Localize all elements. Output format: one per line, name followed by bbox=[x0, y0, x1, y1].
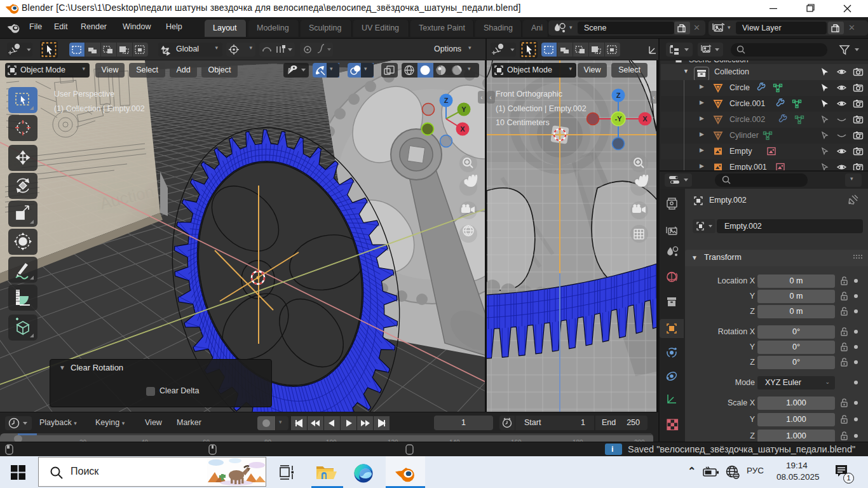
svg-text:Z: Z bbox=[616, 92, 621, 99]
svg-text:Z: Z bbox=[444, 97, 449, 104]
svg-text:-Y: -Y bbox=[615, 115, 623, 123]
svg-text:Front Orthographic: Front Orthographic bbox=[496, 90, 562, 98]
svg-text:(1) Collection | Empty.002: (1) Collection | Empty.002 bbox=[54, 104, 145, 113]
svg-text:X: X bbox=[460, 125, 465, 133]
svg-text:(1) Collection | Empty.002: (1) Collection | Empty.002 bbox=[496, 104, 587, 113]
svg-text:‹: ‹ bbox=[480, 94, 482, 101]
svg-text:X: X bbox=[642, 115, 648, 123]
svg-text:10 Centimeters: 10 Centimeters bbox=[496, 118, 550, 127]
svg-text:‹: ‹ bbox=[489, 94, 491, 101]
svg-text:Y: Y bbox=[461, 105, 466, 113]
svg-text:‹: ‹ bbox=[653, 94, 654, 101]
svg-text:User Perspective: User Perspective bbox=[54, 90, 114, 98]
